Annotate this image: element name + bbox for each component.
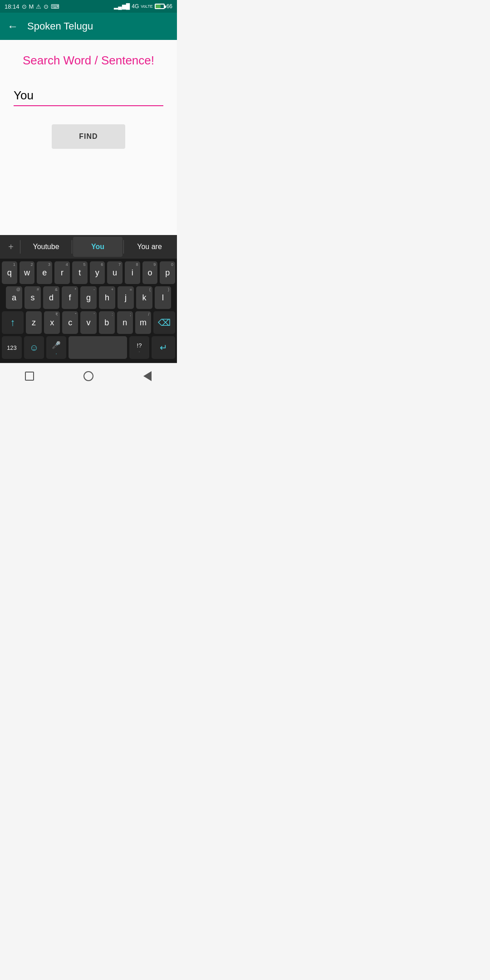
status-right: ▂▄▆█ 4G VoLTE 66 bbox=[114, 3, 172, 10]
back-nav-button[interactable] bbox=[141, 370, 154, 382]
space-key[interactable] bbox=[69, 336, 127, 359]
numbers-key[interactable]: 123 bbox=[2, 336, 22, 359]
punctuation-key[interactable]: !? . bbox=[129, 336, 149, 359]
back-button[interactable]: ← bbox=[7, 20, 18, 33]
backspace-key[interactable]: ⌫ bbox=[153, 311, 175, 334]
main-content: Search Word / Sentence! FIND bbox=[0, 40, 177, 235]
key-t[interactable]: 5t bbox=[72, 261, 88, 284]
nav-bar bbox=[0, 363, 177, 388]
key-k[interactable]: (k bbox=[136, 286, 152, 309]
emoji-icon: ☺ bbox=[29, 343, 39, 353]
volte-label: VoLTE bbox=[141, 4, 152, 9]
battery-icon bbox=[155, 4, 165, 9]
key-rows: 1q 2w 3e 4r 5t 6y 7u 8i 9o 0p @a #s &d *… bbox=[0, 259, 177, 363]
home-icon bbox=[83, 371, 93, 381]
key-u[interactable]: 7u bbox=[107, 261, 122, 284]
recent-apps-button[interactable] bbox=[23, 370, 36, 382]
key-j[interactable]: =j bbox=[118, 286, 134, 309]
suggestion-you[interactable]: You bbox=[73, 237, 122, 257]
key-f[interactable]: *f bbox=[62, 286, 78, 309]
app-bar: ← Spoken Telugu bbox=[0, 13, 177, 40]
key-e[interactable]: 3e bbox=[37, 261, 52, 284]
shift-icon: ↑ bbox=[10, 317, 15, 328]
circle-icon: ⊙ bbox=[22, 3, 27, 10]
signal-icon: ▂▄▆█ bbox=[114, 3, 130, 10]
search-input-container bbox=[9, 86, 168, 106]
enter-key[interactable]: ↵ bbox=[152, 336, 175, 359]
key-row-3: ↑ z ₹x "c 'v :b ;n /m ⌫ bbox=[2, 311, 175, 334]
recent-apps-icon bbox=[25, 372, 34, 381]
key-y[interactable]: 6y bbox=[90, 261, 105, 284]
suggestion-divider-2 bbox=[72, 240, 72, 254]
key-n[interactable]: ;n bbox=[117, 311, 133, 334]
add-suggestion-button[interactable]: + bbox=[3, 242, 19, 252]
key-l[interactable]: )l bbox=[155, 286, 171, 309]
home-button[interactable] bbox=[82, 370, 95, 382]
key-row-1: 1q 2w 3e 4r 5t 6y 7u 8i 9o 0p bbox=[2, 261, 175, 284]
key-row-4: 123 ☺ 🎤 , !? . ↵ bbox=[2, 336, 175, 359]
app-title: Spoken Telugu bbox=[27, 20, 93, 32]
suggestion-divider-3 bbox=[123, 240, 124, 254]
key-o[interactable]: 9o bbox=[142, 261, 158, 284]
key-c[interactable]: "c bbox=[62, 311, 78, 334]
suggestions-bar: + Youtube You You are bbox=[0, 235, 177, 259]
settings-icon: ⊙ bbox=[44, 3, 49, 10]
key-z[interactable]: z bbox=[26, 311, 42, 334]
backspace-icon: ⌫ bbox=[158, 317, 171, 328]
back-nav-icon bbox=[143, 371, 152, 381]
key-a[interactable]: @a bbox=[6, 286, 22, 309]
network-label: 4G bbox=[132, 3, 139, 10]
battery-level: 66 bbox=[167, 3, 172, 10]
key-w[interactable]: 2w bbox=[20, 261, 35, 284]
key-i[interactable]: 8i bbox=[125, 261, 140, 284]
warning-icon: ⚠ bbox=[36, 3, 41, 10]
keyboard-icon: ⌨ bbox=[51, 3, 59, 10]
key-g[interactable]: -g bbox=[80, 286, 97, 309]
key-s[interactable]: #s bbox=[24, 286, 41, 309]
key-row-2: @a #s &d *f -g +h =j (k )l bbox=[2, 286, 175, 309]
suggestion-you-are[interactable]: You are bbox=[125, 237, 174, 257]
key-q[interactable]: 1q bbox=[2, 261, 17, 284]
status-bar: 18:14 ⊙ M ⚠ ⊙ ⌨ ▂▄▆█ 4G VoLTE 66 bbox=[0, 0, 177, 13]
key-x[interactable]: ₹x bbox=[44, 311, 60, 334]
time: 18:14 bbox=[5, 3, 20, 10]
status-left: 18:14 ⊙ M ⚠ ⊙ ⌨ bbox=[5, 3, 59, 10]
keyboard: + Youtube You You are 1q 2w 3e 4r 5t 6y … bbox=[0, 235, 177, 363]
find-button[interactable]: FIND bbox=[52, 124, 125, 149]
search-input[interactable] bbox=[14, 86, 163, 106]
enter-icon: ↵ bbox=[160, 342, 167, 353]
search-heading: Search Word / Sentence! bbox=[9, 54, 168, 68]
key-v[interactable]: 'v bbox=[80, 311, 96, 334]
suggestion-divider-1 bbox=[20, 240, 20, 254]
mic-key[interactable]: 🎤 , bbox=[46, 336, 66, 359]
gmail-icon: M bbox=[29, 3, 34, 10]
suggestion-youtube[interactable]: Youtube bbox=[21, 237, 71, 257]
emoji-key[interactable]: ☺ bbox=[24, 336, 44, 359]
key-p[interactable]: 0p bbox=[160, 261, 175, 284]
key-b[interactable]: :b bbox=[99, 311, 115, 334]
key-d[interactable]: &d bbox=[43, 286, 59, 309]
key-r[interactable]: 4r bbox=[54, 261, 70, 284]
key-h[interactable]: +h bbox=[99, 286, 115, 309]
mic-icon: 🎤 bbox=[52, 341, 61, 349]
shift-key[interactable]: ↑ bbox=[2, 311, 24, 334]
key-m[interactable]: /m bbox=[135, 311, 151, 334]
